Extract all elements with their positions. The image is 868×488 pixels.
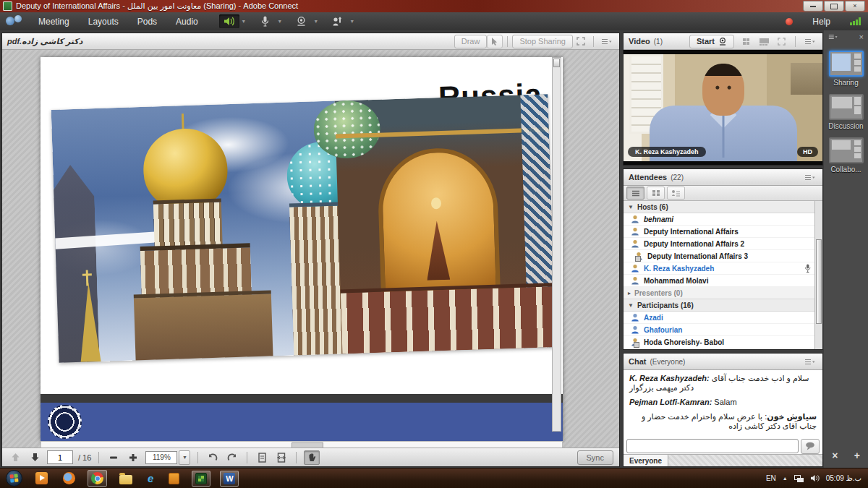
pdf-page: Russia xyxy=(41,57,563,441)
microphone-dropdown-caret[interactable]: ▾ xyxy=(276,14,284,28)
page-up-icon[interactable] xyxy=(8,451,22,464)
chat-pod-menu-icon[interactable] xyxy=(801,355,817,369)
menu-bar: Meeting Layouts Pods Audio ▾ ▾ ▾ xyxy=(0,12,868,31)
menu-pods[interactable]: Pods xyxy=(128,12,166,30)
start-button[interactable] xyxy=(6,470,22,487)
webcam-dropdown-caret[interactable]: ▾ xyxy=(312,14,320,28)
microphone-icon[interactable] xyxy=(255,14,276,28)
speaker-dropdown-caret[interactable]: ▾ xyxy=(239,14,248,28)
layout-item-sharing[interactable]: Sharing xyxy=(824,51,868,87)
speaker-icon[interactable] xyxy=(219,14,239,28)
fullscreen-icon[interactable] xyxy=(573,35,589,48)
attendee-row[interactable]: Mohammad Molavi xyxy=(624,275,814,287)
raise-hand-icon[interactable] xyxy=(328,14,348,28)
maximize-button[interactable] xyxy=(824,1,844,12)
layout-bar-menu-icon[interactable] xyxy=(828,34,838,40)
stop-sharing-button[interactable]: Stop Sharing xyxy=(512,35,573,48)
hosts-group-header[interactable]: ▼Hosts (6) xyxy=(624,201,814,213)
video-pod-menu-icon[interactable] xyxy=(801,35,817,48)
language-indicator[interactable]: EN xyxy=(766,474,776,482)
layout-thumbnail[interactable] xyxy=(829,94,864,120)
chat-tab-everyone[interactable]: Everyone xyxy=(624,455,668,466)
shared-document-title: دکتر کاشی زاده.pdf xyxy=(7,37,82,46)
tray-expand-icon[interactable]: ▲ xyxy=(783,476,788,481)
breakout-view-icon[interactable] xyxy=(647,187,665,200)
page-number-input[interactable] xyxy=(47,450,73,464)
network-icon[interactable] xyxy=(794,475,804,482)
attendee-row[interactable]: Deputy International Affairs 3 xyxy=(624,250,814,262)
pod-menu-icon[interactable] xyxy=(598,35,614,48)
webcam-frame: K. Reza Kashyzadeh HD xyxy=(624,54,822,161)
zoom-level-select[interactable]: 119% xyxy=(145,451,177,464)
attendees-scrollbar[interactable] xyxy=(814,201,822,349)
page-down-icon[interactable] xyxy=(27,451,42,464)
taskbar-word-icon[interactable]: W xyxy=(220,471,239,487)
document-viewport[interactable]: Russia xyxy=(2,50,619,448)
rotate-right-icon[interactable] xyxy=(225,451,239,464)
attendee-row[interactable]: behnami xyxy=(624,213,814,226)
zoom-in-icon[interactable] xyxy=(126,451,140,464)
chat-message: K. Reza Kashyzadeh: سلام و ادب خدمت جناب… xyxy=(629,374,817,393)
video-fullscreen-icon[interactable] xyxy=(773,35,789,48)
minimize-button[interactable] xyxy=(803,1,823,12)
zoom-out-icon[interactable] xyxy=(106,451,121,464)
menu-layouts[interactable]: Layouts xyxy=(79,12,128,30)
taskbar-ie-icon[interactable]: e xyxy=(145,471,156,485)
participants-group-header[interactable]: ▼Participants (16) xyxy=(624,299,814,312)
taskbar-app-icon[interactable] xyxy=(166,471,182,486)
attendee-row[interactable]: Deputy International Affairs xyxy=(624,226,814,238)
attendees-pod-menu-icon[interactable] xyxy=(801,171,817,184)
clock[interactable]: 05:09 ب.ظ xyxy=(826,474,861,482)
list-view-icon[interactable] xyxy=(626,187,644,200)
share-pod: دکتر کاشی زاده.pdf Draw Stop Sharing Ru xyxy=(1,33,620,467)
pointer-tool-button[interactable] xyxy=(487,35,503,48)
fit-width-icon[interactable] xyxy=(274,451,289,464)
menu-help[interactable]: Help xyxy=(803,12,840,30)
vertical-scrollbar[interactable] xyxy=(552,57,561,432)
taskbar-firefox-icon[interactable] xyxy=(60,471,78,486)
adobe-connect-logo-icon xyxy=(4,15,29,28)
sync-button[interactable]: Sync xyxy=(577,450,613,465)
menu-meeting[interactable]: Meeting xyxy=(29,12,79,30)
draw-button[interactable]: Draw xyxy=(454,35,488,48)
grid-view-icon[interactable] xyxy=(739,35,754,48)
layout-item-discussion[interactable]: Discussion xyxy=(824,94,868,130)
layout-thumbnail[interactable] xyxy=(829,51,864,77)
zoom-dropdown-caret[interactable]: ▼ xyxy=(179,450,190,465)
attendee-row[interactable]: Hoda Ghoreishy- Babol xyxy=(624,336,814,348)
attendee-row[interactable]: Azadi xyxy=(624,312,814,324)
attendee-row[interactable]: Deputy International Affairs 2 xyxy=(624,238,814,250)
taskbar-chrome-icon[interactable] xyxy=(88,470,107,487)
close-button[interactable]: × xyxy=(845,1,865,12)
raise-hand-dropdown-caret[interactable]: ▾ xyxy=(348,14,357,28)
start-webcam-button[interactable]: Start xyxy=(689,35,734,48)
taskbar-adobe-connect-icon[interactable] xyxy=(192,471,210,487)
status-view-icon[interactable] xyxy=(667,187,685,200)
hand-tool-icon[interactable] xyxy=(304,450,320,465)
filmstrip-view-icon[interactable] xyxy=(756,35,772,48)
presenters-group-header[interactable]: ▸Presenters (0) xyxy=(624,287,814,299)
rotate-left-icon[interactable] xyxy=(205,451,220,464)
close-pod-icon[interactable]: × xyxy=(832,450,838,461)
chat-input[interactable] xyxy=(626,439,799,453)
webcam-icon[interactable] xyxy=(292,14,312,28)
attendee-row[interactable]: K. Reza Kashyzadeh xyxy=(624,262,814,275)
layout-thumbnail[interactable] xyxy=(829,137,864,163)
video-pod-title: Video xyxy=(629,37,650,46)
layout-bar-close-icon[interactable]: × xyxy=(859,33,864,41)
layout-item-collaboration[interactable]: Collabo... xyxy=(824,137,868,174)
slide-photo xyxy=(51,94,556,362)
connection-signal-icon xyxy=(850,17,861,25)
page-total-label: / 16 xyxy=(78,453,91,462)
attendee-row[interactable]: Ghafourian xyxy=(624,324,814,336)
fit-page-icon[interactable] xyxy=(255,451,269,464)
attendee-icon xyxy=(631,264,639,273)
speech-bubble-icon xyxy=(805,442,815,450)
horizontal-scrollbar[interactable] xyxy=(41,441,563,448)
chat-send-button[interactable] xyxy=(801,439,820,454)
taskbar-explorer-icon[interactable] xyxy=(116,471,135,486)
add-layout-icon[interactable]: + xyxy=(854,450,860,461)
volume-icon[interactable] xyxy=(810,474,820,482)
menu-audio[interactable]: Audio xyxy=(166,12,208,30)
taskbar-media-player-icon[interactable] xyxy=(33,471,51,486)
